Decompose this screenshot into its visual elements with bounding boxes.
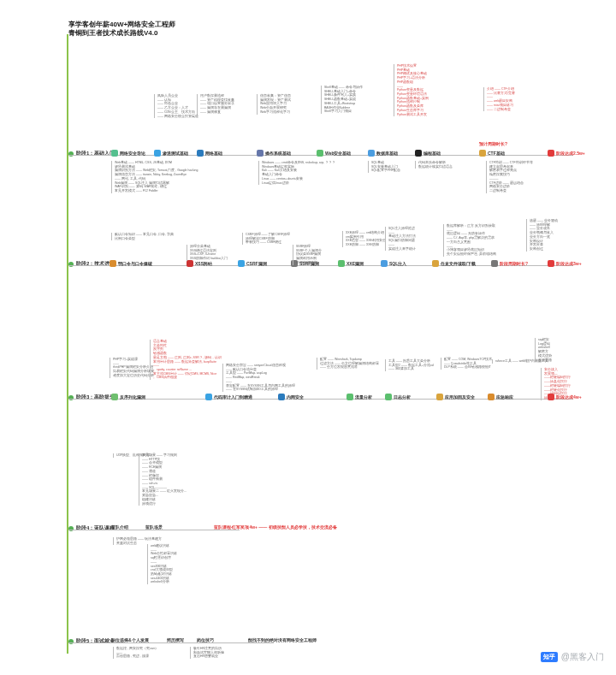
topic-node: CSRF漏洞 xyxy=(238,260,267,267)
topic-label: 岗位技巧 xyxy=(197,637,214,642)
zhihu-logo-icon: 知乎 xyxy=(541,652,558,662)
topic-label: 蓝队课程·红军奖项4w+ —— 初级技能人员必学技，技术交流必备 xyxy=(214,524,337,530)
topic-label: 日志分析 xyxy=(394,394,411,400)
topic-chip-icon xyxy=(385,394,392,400)
stage-label-text: 阶段3：高阶提升 xyxy=(76,394,115,401)
detail-cluster: web建议演练——Web全性部署演练sql性逐识创序——ses390演练cnd大… xyxy=(147,544,177,584)
topic-label: 职位选择&个人发展 xyxy=(111,637,149,642)
detail-cluster: 网络安全宗旨 —— seeyonCloud.信息检视—— 默认口令流审查工具型 … xyxy=(222,364,295,392)
detail-line: 量足文档 —— 正则, 正则c, SSR？, 源码，认识 xyxy=(153,356,222,360)
topic-node: 简历撰写 xyxy=(167,637,184,642)
topic-chip-icon xyxy=(111,394,118,400)
detail-line: 二进制考查 xyxy=(489,189,533,193)
detail-line: —— 全方位发现恶意流将 xyxy=(320,365,379,370)
topic-label: CTF基础 xyxy=(488,151,505,156)
topic-chip-icon xyxy=(381,260,388,267)
topic-chip-icon xyxy=(491,260,498,267)
detail-cluster: 风险人员企业—— 认知—— 特色企业—— 乙方企业：人才—— CDN企主、技术方… xyxy=(154,94,198,118)
detail-line: 数据挖 , 网安探究（究vsm） xyxy=(116,647,158,651)
topic-chip-icon xyxy=(479,150,486,157)
topic-node: 操作系统基础 xyxy=(257,150,291,157)
detail-line: —— 在SYSSN机制加DD工具的原理 xyxy=(226,388,295,392)
detail-cluster: SSRF原理SSRF 个人漏洞分协议类SSRF漏洞漏洞利用示例SSRF漏洞防御 xyxy=(293,245,322,265)
detail-cluster: 选题 —— 业务驱动—— 原理理解—— 业务成长业务瓶颈与收入业务方向一览架构设… xyxy=(526,219,558,252)
topic-label: 应用加固及安全 xyxy=(445,394,475,400)
topic-chip-icon xyxy=(205,394,212,400)
detail-line: SSRF漏洞防御 xyxy=(296,261,322,265)
topic-label: 阶段达成3w+ xyxy=(556,261,582,266)
detail-cluster: Windows —— cmd命令及DNS, nslookup, arp, ？？？… xyxy=(258,161,335,185)
topic-label: 网络安全导论 xyxy=(120,151,145,156)
topic-node: 任意文件读取/下载 xyxy=(432,260,476,267)
topic-chip-icon xyxy=(346,394,353,400)
detail-cluster: PHP学习+实战课——thinkPHP漏洞框架分析介绍简易框架代码漏洞分析场景难… xyxy=(110,358,154,378)
detail-line: 数据库解析：正方 反方识别获取 xyxy=(447,224,496,228)
detail-line: 原项优行 xyxy=(142,502,187,506)
topic-label: 操作系统基础 xyxy=(265,151,291,156)
detail-line: Linux提供linux进阶 xyxy=(262,181,335,186)
topic-node: XSS跨站 xyxy=(187,260,212,267)
topic-node: 内网安全 xyxy=(278,394,304,400)
topic-node: 编程基础 xyxy=(415,150,441,157)
detail-line: Shell学习入门项目 xyxy=(324,110,363,114)
topic-chip-icon xyxy=(488,394,495,400)
title-line-2: 青铜到王者技术成长路线V4.0 xyxy=(68,29,175,38)
topic-label: 代码审计入门到精通 xyxy=(214,394,252,400)
stage-connector xyxy=(68,530,240,530)
detail-line: Python测试工具开发 xyxy=(397,113,429,117)
stage-label: 阶段4：蓝队课程 xyxy=(68,524,115,532)
topic-label: XXE漏洞 xyxy=(346,261,364,266)
topic-node: 网络基础 xyxy=(197,150,222,157)
topic-chip-icon xyxy=(197,150,204,157)
topic-chip-icon xyxy=(548,260,554,267)
topic-node: 应急响应 xyxy=(488,394,513,400)
detail-cluster: 常见场景 —— 学习规则—— HTTP技—— 合并模型—— RCE漏洞—— 通道… xyxy=(139,453,187,506)
topic-node: 渗透测试基础 xyxy=(154,150,188,157)
topic-chip-icon xyxy=(548,150,554,157)
topic-chip-icon xyxy=(368,150,375,157)
detail-line: 难度加大定位历史代码分析 xyxy=(113,374,154,378)
topic-label: 编程基础 xyxy=(424,151,441,156)
topic-label: Web安全基础 xyxy=(325,151,351,156)
detail-line: SQL配置学PHP配合 xyxy=(371,169,400,173)
topic-label: 渗透测试基础 xyxy=(163,151,188,156)
detail-cluster: 数据库解析：正方 反方识别获取——底层逻辑 —— 无防备操作—— C#, Asp… xyxy=(443,224,496,257)
detail-line: —— 360算加工具 xyxy=(388,367,434,371)
detail-line: —— misc项目练习 xyxy=(487,104,515,108)
detail-line: 带装技巧 —— CSRF绕过 xyxy=(246,240,290,245)
topic-node: 阶段达成3w+ xyxy=(548,260,582,267)
topic-node: CTF基础 xyxy=(479,150,505,157)
topic-chip-icon xyxy=(257,150,264,157)
topic-label: 数据库基础 xyxy=(376,151,398,156)
detail-cluster: 信息收集：资产信息漏洞发现：资产测试Web应用深入学习Web全面开展研究Web学… xyxy=(257,94,291,115)
stage-label-text: 阶段5：面试就业 xyxy=(76,637,115,645)
detail-cluster: 配置 —— Wireshark, Tcpdump过滤方法 —— 全方位理解漏洞结… xyxy=(317,358,379,370)
stage-band: 阶段4：蓝队课程蓝队介绍蓝队场景蓝队课程·红军奖项4w+ —— 初级技能人员必学… xyxy=(68,524,607,536)
title-line-1: 享学客创年薪40W+网络安全工程师 xyxy=(68,21,175,29)
topic-label: SQL注入 xyxy=(389,261,406,266)
topic-chip-icon xyxy=(111,150,118,157)
detail-line: 。CMS插件租接 xyxy=(153,376,222,380)
topic-label: 应急响应 xyxy=(496,394,513,400)
stage-label: 阶段5：面试就业 xyxy=(68,637,115,645)
topic-label: 蓝队介绍 xyxy=(111,524,128,530)
topic-node: 流量分析 xyxy=(346,394,372,400)
detail-line: 操库 —— —— xyxy=(544,396,571,400)
detail-line: 实战注入来学统计 xyxy=(388,247,416,252)
topic-node: 能找不到的绝对没有网络安全工程师 xyxy=(248,637,317,642)
topic-label: 弱口令与口令爆破 xyxy=(118,261,152,266)
detail-line: XXE防御 —— XXE防御 xyxy=(346,243,386,247)
topic-label: XSS跨站 xyxy=(195,261,212,266)
detail-cluster: XXE原理 —— xml结构介绍xml实例引用XXE危害 —— XXE利用安全X… xyxy=(342,231,386,247)
detail-line: 常见开发模式 —— F12 Fiddler xyxy=(115,189,198,193)
topic-label: 流量分析 xyxy=(355,394,372,400)
detail-cluster: 数据挖 , 网安探究（究vsm）——黑创思路 , 究进 , 搜课 xyxy=(113,647,158,659)
topic-subnote: 预计周期时长? xyxy=(479,141,507,146)
mindmap-canvas: 享学客创年薪40W+网络安全工程师 青铜到王者技术成长路线V4.0 阶段1：基础… xyxy=(0,0,616,675)
topic-chip-icon xyxy=(154,150,161,157)
topic-label: CSRF漏洞 xyxy=(246,261,267,266)
detail-cluster: 吸引HR注意的简历和面试官聊人体听懂直击HR想要就业 xyxy=(190,647,224,659)
stage-label: 阶段1：基础入门 xyxy=(68,150,115,157)
topic-chip-icon xyxy=(110,260,116,267)
topic-node: 弱口令与口令爆破 xyxy=(110,260,152,267)
